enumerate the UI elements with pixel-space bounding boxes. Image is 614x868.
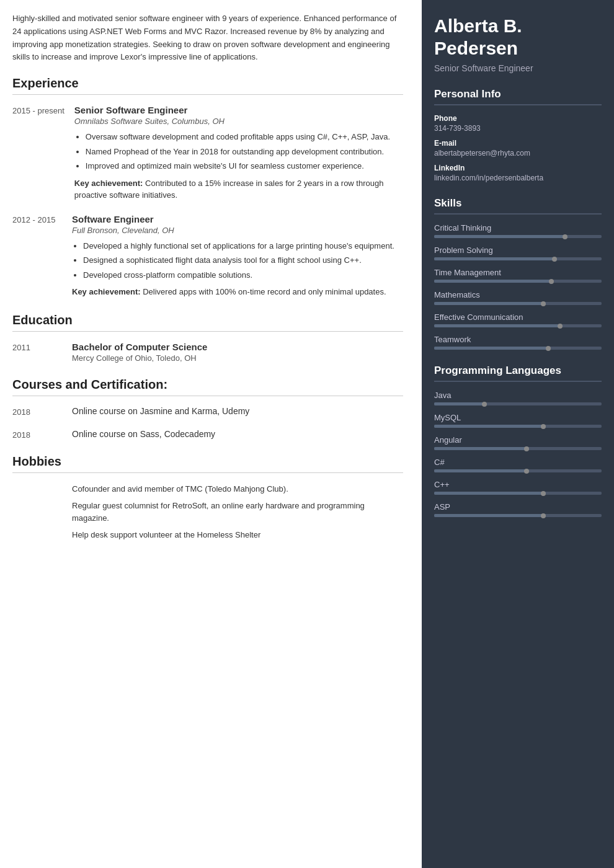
skill-bar-bg bbox=[434, 492, 602, 495]
skill-item: ASP bbox=[434, 502, 602, 517]
exp1-title: Senior Software Engineer bbox=[74, 105, 403, 115]
skill-bar-dot bbox=[541, 301, 546, 306]
exp1-achievement: Key achievement: Contributed to a 15% in… bbox=[74, 177, 403, 202]
skill-bar-fill bbox=[434, 469, 527, 472]
skill-name: C# bbox=[434, 458, 602, 467]
skill-item: C# bbox=[434, 458, 602, 472]
exp2-bullet-2: Designed a sophisticated flight data ana… bbox=[83, 254, 403, 267]
exp2-bullets: Developed a highly functional set of app… bbox=[72, 240, 403, 281]
right-column: Alberta B. Pedersen Senior Software Engi… bbox=[422, 0, 614, 868]
experience-title: Experience bbox=[12, 76, 403, 95]
hobby-3: Help desk support volunteer at the Homel… bbox=[72, 529, 403, 541]
skill-bar-dot bbox=[546, 346, 551, 351]
skill-bar-fill bbox=[434, 280, 551, 283]
skill-bar-bg bbox=[434, 257, 602, 260]
email-value: albertabpetersen@rhyta.com bbox=[434, 149, 602, 157]
phone-value: 314-739-3893 bbox=[434, 124, 602, 133]
edu-school: Mercy College of Ohio, Toledo, OH bbox=[72, 353, 403, 363]
skill-bar-bg bbox=[434, 514, 602, 517]
skill-name: Time Management bbox=[434, 268, 602, 277]
skill-bar-fill bbox=[434, 492, 543, 495]
skill-bar-dot bbox=[482, 402, 487, 407]
left-column: Highly-skilled and motivated senior soft… bbox=[0, 0, 422, 868]
education-section: Education 2011 Bachelor of Computer Scie… bbox=[12, 313, 403, 363]
edu-date: 2011 bbox=[12, 342, 62, 363]
skill-item: Mathematics bbox=[434, 290, 602, 305]
skill-item: Java bbox=[434, 391, 602, 405]
prog-section: Programming Languages JavaMySQLAngularC#… bbox=[434, 365, 602, 517]
exp2-bullet-1: Developed a highly functional set of app… bbox=[83, 240, 403, 252]
courses-title: Courses and Certification: bbox=[12, 378, 403, 396]
skill-bar-bg bbox=[434, 425, 602, 428]
skill-bar-dot bbox=[541, 513, 546, 518]
profile-title: Senior Software Engineer bbox=[434, 63, 602, 73]
experience-entry-1: 2015 - present Senior Software Engineer … bbox=[12, 105, 403, 202]
exp1-bullets: Oversaw software development and coded p… bbox=[74, 131, 403, 172]
skill-item: C++ bbox=[434, 480, 602, 495]
personal-info-title: Personal Info bbox=[434, 88, 602, 105]
skill-name: Java bbox=[434, 391, 602, 400]
profile-name: Alberta B. Pedersen bbox=[434, 15, 602, 60]
hobbies-section: Hobbies Cofounder and avid member of TMC… bbox=[12, 454, 403, 541]
skill-item: Critical Thinking bbox=[434, 223, 602, 238]
skill-bar-dot bbox=[541, 424, 546, 429]
skill-bar-fill bbox=[434, 324, 560, 327]
hobby-2: Regular guest columnist for RetroSoft, a… bbox=[72, 500, 403, 524]
skill-bar-bg bbox=[434, 235, 602, 238]
exp2-bullet-3: Developed cross-platform compatible solu… bbox=[83, 269, 403, 281]
skill-item: Effective Communication bbox=[434, 312, 602, 327]
exp2-company: Full Bronson, Cleveland, OH bbox=[72, 226, 403, 235]
experience-section: Experience 2015 - present Senior Softwar… bbox=[12, 76, 403, 298]
skill-bar-fill bbox=[434, 425, 543, 428]
prog-title: Programming Languages bbox=[434, 365, 602, 382]
exp1-bullet-3: Improved and optimized main website's UI… bbox=[86, 160, 403, 172]
skill-item: Problem Solving bbox=[434, 246, 602, 260]
skill-item: Angular bbox=[434, 435, 602, 450]
skills-container: Critical ThinkingProblem SolvingTime Man… bbox=[434, 223, 602, 350]
skill-bar-bg bbox=[434, 469, 602, 472]
skill-name: Critical Thinking bbox=[434, 223, 602, 232]
skill-name: MySQL bbox=[434, 413, 602, 422]
phone-label: Phone bbox=[434, 114, 602, 123]
course2-name: Online course on Sass, Codecademy bbox=[72, 429, 403, 440]
skill-item: MySQL bbox=[434, 413, 602, 428]
skill-name: C++ bbox=[434, 480, 602, 489]
skill-bar-dot bbox=[563, 234, 567, 239]
edu-degree: Bachelor of Computer Science bbox=[72, 342, 403, 352]
exp2-date: 2012 - 2015 bbox=[12, 214, 62, 298]
course1-name: Online course on Jasmine and Karma, Udem… bbox=[72, 406, 403, 417]
exp1-content: Senior Software Engineer Omnilabs Softwa… bbox=[74, 105, 403, 202]
personal-info-section: Personal Info Phone 314-739-3893 E-mail … bbox=[434, 88, 602, 182]
skill-bar-fill bbox=[434, 302, 543, 305]
education-title: Education bbox=[12, 313, 403, 332]
exp2-achievement-text: Delivered apps with 100% on-time record … bbox=[143, 287, 386, 296]
summary-text: Highly-skilled and motivated senior soft… bbox=[12, 12, 403, 64]
skill-bar-bg bbox=[434, 324, 602, 327]
skill-bar-dot bbox=[541, 491, 546, 496]
skill-name: Teamwork bbox=[434, 335, 602, 344]
exp1-company: Omnilabs Software Suites, Columbus, OH bbox=[74, 117, 403, 126]
skill-bar-dot bbox=[524, 446, 529, 451]
linkedin-value: linkedin.com/in/pedersenbalberta bbox=[434, 174, 602, 182]
skill-name: Problem Solving bbox=[434, 246, 602, 255]
skill-name: ASP bbox=[434, 502, 602, 512]
skill-item: Time Management bbox=[434, 268, 602, 283]
skill-bar-fill bbox=[434, 235, 565, 238]
exp1-date: 2015 - present bbox=[12, 105, 65, 202]
exp2-title: Software Engineer bbox=[72, 214, 403, 224]
exp2-content: Software Engineer Full Bronson, Clevelan… bbox=[72, 214, 403, 298]
skill-bar-bg bbox=[434, 402, 602, 405]
skill-bar-bg bbox=[434, 347, 602, 350]
course1-date: 2018 bbox=[12, 406, 62, 417]
courses-section: Courses and Certification: 2018 Online c… bbox=[12, 378, 403, 440]
course2-date: 2018 bbox=[12, 429, 62, 440]
skill-item: Teamwork bbox=[434, 335, 602, 350]
skill-bar-fill bbox=[434, 257, 554, 260]
skill-name: Mathematics bbox=[434, 290, 602, 299]
exp2-achievement: Key achievement: Delivered apps with 100… bbox=[72, 286, 403, 298]
skill-bar-fill bbox=[434, 514, 543, 517]
course-entry-2: 2018 Online course on Sass, Codecademy bbox=[12, 429, 403, 440]
skill-bar-fill bbox=[434, 347, 548, 350]
skill-bar-dot bbox=[549, 279, 554, 284]
skill-bar-bg bbox=[434, 447, 602, 450]
